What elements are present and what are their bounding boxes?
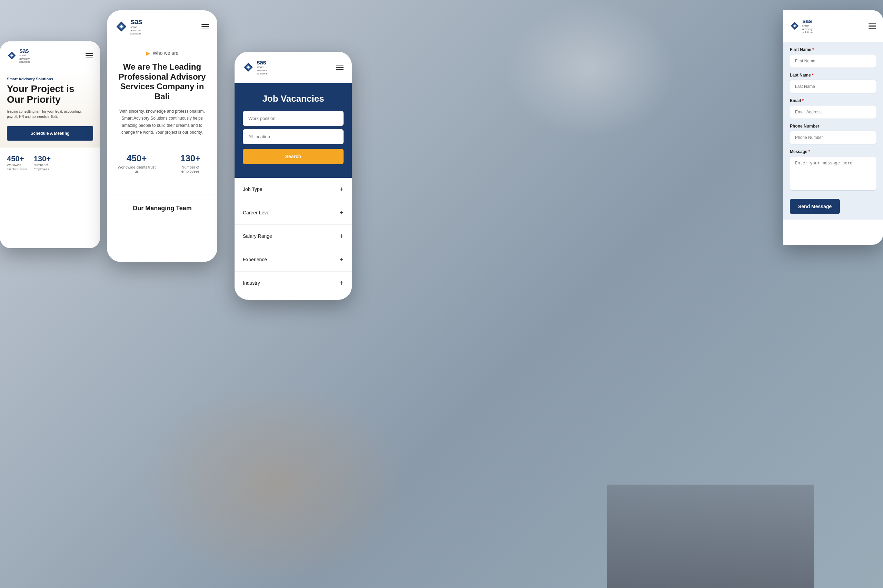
phone1-stats: 450+ Worldwideclients trust us 130+ Numb… — [0, 147, 100, 178]
stat-label-clients: Worldwideclients trust us — [7, 164, 27, 171]
stat-label-employees: Number ofEmployees — [34, 164, 51, 171]
stat-clients-phone2: 450+ Worldwide clients trust us — [115, 153, 158, 173]
phone-mockup-contact: sas smartadvisorysolutions First Name * … — [783, 10, 883, 245]
phone1-tagline: Smart Advisory Solutions — [7, 77, 93, 81]
phone1-hero-title: Your Project is Our Priority — [7, 84, 93, 105]
phone-mockup-about: sas smartadvisorysolutions ▶ Who we are … — [107, 10, 217, 262]
job-vacancies-title: Job Vacancies — [243, 93, 343, 104]
last-name-label: Last Name * — [790, 73, 876, 78]
stat-number-employees: 130+ — [34, 154, 51, 164]
experience-label: Experience — [243, 257, 267, 262]
sas-logo-phone2: sas smartadvisorysolutions — [115, 18, 142, 36]
phone1-hero: Smart Advisory Solutions Your Project is… — [0, 70, 100, 148]
badge-text: Who we are — [153, 50, 179, 56]
bg-decoration-hand — [138, 381, 414, 588]
phone2-description: With sincerity, knowledge and profession… — [115, 108, 209, 136]
badge-arrow-icon: ▶ — [146, 50, 150, 57]
stat-employees-number: 130+ — [172, 153, 209, 164]
salary-range-filter[interactable]: Salary Range + — [235, 225, 352, 248]
email-field[interactable] — [790, 105, 876, 119]
first-name-group: First Name * — [790, 47, 876, 68]
sas-logo-subtext: smartadvisorysolutions — [19, 54, 30, 64]
phone-label: Phone Number — [790, 124, 876, 129]
managing-team-section: Our Managing Team — [107, 194, 217, 222]
sas-diamond-icon-phone2 — [115, 20, 128, 33]
first-name-label: First Name * — [790, 47, 876, 52]
hamburger-menu-phone3[interactable] — [336, 65, 343, 70]
industry-filter[interactable]: Industry + — [235, 272, 352, 295]
phone4-header: sas smartadvisorysolutions — [783, 10, 883, 42]
salary-range-label: Salary Range — [243, 233, 272, 239]
email-label: Email * — [790, 98, 876, 103]
salary-range-expand-icon: + — [339, 232, 343, 240]
bg-decoration-table — [607, 484, 814, 588]
stat-number-clients: 450+ — [7, 154, 27, 164]
sas-logo-subtext-phone2: smartadvisorysolutions — [130, 26, 142, 36]
message-required: * — [808, 149, 810, 154]
last-name-group: Last Name * — [790, 73, 876, 93]
phone3-header: sas smartadvisorysolutions — [235, 52, 352, 83]
sas-logo-phone4: sas smartadvisorysolutions — [790, 18, 813, 34]
sas-logo-text-phone4: sas — [802, 18, 813, 24]
sas-logo-phone3: sas smartadvisorysolutions — [243, 59, 268, 75]
sas-logo-subtext-phone3: smartadvisorysolutions — [257, 66, 268, 75]
message-label: Message * — [790, 149, 876, 154]
career-level-expand-icon: + — [339, 209, 343, 217]
stat-employees-label: Number of employees — [172, 165, 209, 173]
who-we-are-badge: ▶ Who we are — [115, 50, 209, 57]
managing-team-title: Our Managing Team — [115, 205, 209, 212]
hamburger-menu-phone4[interactable] — [868, 23, 876, 29]
job-filters: Job Type + Career Level + Salary Range +… — [235, 178, 352, 295]
message-field[interactable] — [790, 156, 876, 190]
hamburger-menu-phone2[interactable] — [202, 24, 209, 30]
industry-label: Industry — [243, 280, 260, 286]
phone3-hero-section: Job Vacancies Search — [235, 83, 352, 178]
sas-diamond-icon-phone4 — [790, 21, 800, 31]
phone1-description: leading consulting firm for your legal, … — [7, 109, 93, 119]
first-name-required: * — [812, 47, 814, 52]
phone2-main-title: We are The Leading Professional Advisory… — [115, 62, 209, 102]
stat-clients-phone1: 450+ Worldwideclients trust us — [7, 154, 27, 171]
hamburger-menu-phone1[interactable] — [86, 53, 93, 58]
sas-diamond-icon — [7, 51, 17, 60]
job-type-filter[interactable]: Job Type + — [235, 178, 352, 201]
sas-logo-subtext-phone4: smartadvisorysolutions — [802, 24, 813, 34]
experience-filter[interactable]: Experience + — [235, 248, 352, 272]
phone2-stats: 450+ Worldwide clients trust us 130+ Num… — [115, 146, 209, 180]
phone-mockup-jobs: sas smartadvisorysolutions Job Vacancies… — [235, 52, 352, 300]
job-type-label: Job Type — [243, 186, 262, 192]
phone-group: Phone Number — [790, 124, 876, 144]
phone-mockup-home: sas smartadvisorysolutions Smart Advisor… — [0, 41, 100, 248]
stat-clients-label: Worldwide clients trust us — [115, 165, 158, 173]
bg-decoration-glass — [504, 0, 676, 138]
sas-diamond-icon-phone3 — [243, 62, 254, 73]
last-name-field[interactable] — [790, 80, 876, 93]
message-group: Message * — [790, 149, 876, 192]
sas-logo-text: sas — [19, 48, 30, 54]
stat-employees-phone2: 130+ Number of employees — [172, 153, 209, 173]
last-name-required: * — [812, 73, 814, 78]
location-input[interactable] — [243, 129, 343, 144]
career-level-filter[interactable]: Career Level + — [235, 201, 352, 225]
sas-logo-phone1: sas smartadvisorysolutions — [7, 48, 30, 64]
email-group: Email * — [790, 98, 876, 119]
email-required: * — [802, 98, 804, 103]
contact-form: First Name * Last Name * Email * Phone N… — [783, 42, 883, 219]
industry-expand-icon: + — [339, 279, 343, 287]
phone1-header: sas smartadvisorysolutions — [0, 41, 100, 70]
stat-employees-phone1: 130+ Number ofEmployees — [34, 154, 51, 171]
stat-clients-number: 450+ — [115, 153, 158, 164]
work-position-input[interactable] — [243, 111, 343, 126]
schedule-meeting-button[interactable]: Schedule A Meeting — [7, 126, 93, 141]
job-type-expand-icon: + — [339, 185, 343, 194]
sas-logo-text-phone3: sas — [257, 59, 268, 66]
phone2-content: ▶ Who we are We are The Leading Professi… — [107, 43, 217, 187]
career-level-label: Career Level — [243, 210, 271, 215]
first-name-field[interactable] — [790, 54, 876, 68]
search-button[interactable]: Search — [243, 149, 343, 164]
experience-expand-icon: + — [339, 256, 343, 264]
phone-field[interactable] — [790, 130, 876, 144]
send-message-button[interactable]: Send Message — [790, 199, 840, 214]
sas-logo-text-phone2: sas — [130, 18, 142, 26]
phone2-header: sas smartadvisorysolutions — [107, 10, 217, 43]
